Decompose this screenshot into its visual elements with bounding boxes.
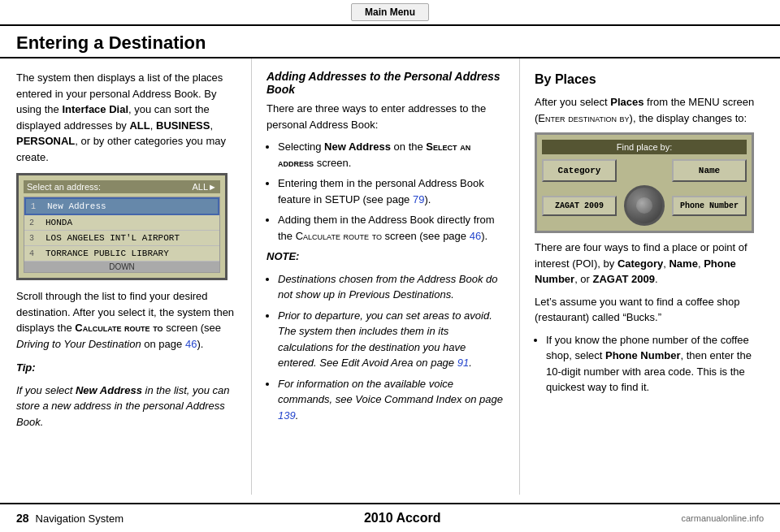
nav-list: 1 New Address 2 HONDA 3 LOS ANGELES INT'… bbox=[24, 197, 220, 273]
item-label: LOS ANGELES INT'L AIRPORT bbox=[46, 233, 180, 243]
bottom-watermark: carmanualonline.info bbox=[681, 513, 780, 523]
tip-block: Tip: If you select New Address in the li… bbox=[16, 360, 236, 430]
middle-column: Adding Addresses to the Personal Address… bbox=[252, 58, 520, 495]
nav-list-item[interactable]: 3 LOS ANGELES INT'L AIRPORT bbox=[24, 231, 219, 246]
right-para2: There are four ways to find a place or p… bbox=[535, 240, 765, 288]
nav-down-button[interactable]: DOWN bbox=[24, 262, 219, 272]
bottom-left: 28 Navigation System bbox=[0, 512, 124, 525]
page-number: 28 bbox=[16, 512, 29, 525]
phone-number-button[interactable]: Phone Number bbox=[672, 196, 747, 216]
left-intro: The system then displays a list of the p… bbox=[16, 70, 236, 165]
bullet-item-2: Entering them in the personal Address Bo… bbox=[278, 175, 505, 207]
find-screen-title: Find place by: bbox=[542, 140, 747, 154]
screen-header-label: Select an address: bbox=[27, 182, 193, 192]
page-title: Entering a Destination bbox=[0, 26, 780, 58]
note-item-1: Destinations chosen from the Address Boo… bbox=[278, 271, 505, 303]
find-screen-grid: Category Name ZAGAT 2009 Phone Number bbox=[542, 159, 747, 226]
nav-screen: Select an address: ALL ► 1 New Address 2… bbox=[16, 173, 228, 280]
name-button[interactable]: Name bbox=[672, 159, 747, 182]
nav-list-item[interactable]: 2 HONDA bbox=[24, 215, 219, 231]
left-para2: Scroll through the list to find your des… bbox=[16, 288, 236, 352]
mid-intro: There are three ways to enter addresses … bbox=[266, 101, 505, 132]
tip-text: If you select New Address in the list, y… bbox=[16, 383, 236, 430]
by-places-heading: By Places bbox=[535, 70, 765, 89]
zagat-button[interactable]: ZAGAT 2009 bbox=[542, 196, 617, 216]
item-num: 3 bbox=[29, 234, 41, 243]
knob-center bbox=[636, 197, 652, 214]
note-list: Destinations chosen from the Address Boo… bbox=[266, 271, 505, 424]
bullet-item-1: Selecting New Address on the Select an a… bbox=[278, 139, 505, 171]
bottom-center: 2010 Accord bbox=[124, 511, 682, 526]
top-bar: Main Menu bbox=[0, 0, 780, 26]
interface-knob[interactable] bbox=[624, 185, 665, 226]
note-label: NOTE: bbox=[266, 249, 505, 265]
right-bullet-list: If you know the phone number of the coff… bbox=[535, 332, 765, 396]
nav-screen-header: Select an address: ALL ► bbox=[24, 180, 220, 193]
section-heading: Adding Addresses to the Personal Address… bbox=[266, 70, 505, 96]
screen-arrow-icon: ► bbox=[208, 182, 217, 192]
item-num: 2 bbox=[29, 218, 41, 227]
bullet-item-3: Adding them in the Address Book directly… bbox=[278, 212, 505, 244]
item-num: 1 bbox=[31, 202, 42, 211]
main-menu-button[interactable]: Main Menu bbox=[351, 3, 429, 21]
nav-list-item[interactable]: 4 TORRANCE PUBLIC LIBRARY bbox=[24, 246, 219, 262]
item-label: TORRANCE PUBLIC LIBRARY bbox=[46, 249, 169, 258]
right-bullet-1: If you know the phone number of the coff… bbox=[546, 332, 765, 396]
columns-wrapper: The system then displays a list of the p… bbox=[0, 58, 780, 495]
bottom-bar: 28 Navigation System 2010 Accord carmanu… bbox=[0, 503, 780, 532]
nav-system-label: Navigation System bbox=[36, 513, 124, 525]
note-item-2: Prior to departure, you can set areas to… bbox=[278, 308, 505, 371]
right-column: By Places After you select Places from t… bbox=[520, 58, 780, 495]
mid-bullet-list: Selecting New Address on the Select an a… bbox=[266, 139, 505, 244]
item-label: New Address bbox=[47, 201, 106, 211]
screen-header-value: ALL bbox=[193, 182, 209, 192]
right-para3: Let’s assume you want to find a coffee s… bbox=[535, 294, 765, 326]
nav-list-item[interactable]: 1 New Address bbox=[24, 197, 219, 215]
find-place-screen: Find place by: Category Name ZAGAT 2009 … bbox=[535, 132, 754, 233]
item-num: 4 bbox=[29, 249, 41, 258]
tip-label: Tip: bbox=[16, 360, 236, 376]
item-label: HONDA bbox=[46, 218, 72, 227]
right-para1: After you select Places from the MENU sc… bbox=[535, 94, 765, 126]
category-button[interactable]: Category bbox=[542, 159, 617, 182]
note-item-3: For information on the available voice c… bbox=[278, 376, 505, 424]
left-column: The system then displays a list of the p… bbox=[0, 58, 252, 495]
